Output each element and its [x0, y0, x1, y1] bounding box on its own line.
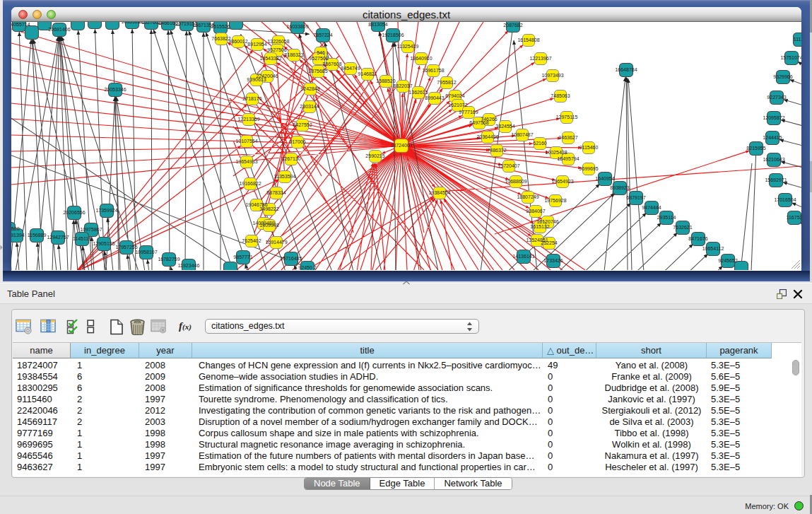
svg-text:16210643: 16210643: [763, 157, 784, 162]
svg-text:18495794: 18495794: [557, 156, 579, 161]
svg-text:8454749: 8454749: [341, 66, 360, 71]
svg-text:20053346: 20053346: [104, 87, 126, 92]
svg-text:10975867: 10975867: [80, 227, 102, 232]
svg-text:7515526: 7515526: [211, 24, 230, 29]
svg-text:9860012: 9860012: [228, 39, 247, 44]
svg-text:8990443: 8990443: [425, 95, 444, 100]
svg-text:19166822: 19166822: [239, 181, 261, 186]
svg-text:10973493: 10973493: [541, 73, 563, 78]
svg-text:917006: 917006: [289, 139, 305, 144]
svg-text:2935114: 2935114: [657, 215, 676, 220]
svg-text:1588520: 1588520: [376, 78, 395, 83]
svg-text:11923446: 11923446: [178, 263, 200, 268]
svg-text:8427552: 8427552: [293, 122, 312, 127]
svg-text:8878334: 8878334: [266, 190, 286, 195]
svg-text:10107554: 10107554: [235, 139, 257, 144]
svg-text:19756928: 19756928: [544, 198, 566, 203]
svg-text:1409948: 1409948: [259, 223, 278, 228]
svg-text:9384067: 9384067: [526, 209, 545, 214]
svg-text:9463627: 9463627: [558, 135, 577, 140]
svg-text:12975115: 12975115: [556, 115, 578, 119]
svg-text:8267130: 8267130: [281, 156, 300, 161]
svg-text:8215955: 8215955: [746, 146, 765, 151]
svg-text:17016504: 17016504: [774, 197, 796, 202]
svg-text:92450 2: 92450 2: [298, 265, 316, 270]
svg-text:3824554: 3824554: [495, 124, 514, 129]
svg-text:15720407: 15720407: [498, 163, 519, 168]
svg-text:16782759: 16782759: [158, 257, 180, 262]
svg-text:16961758: 16961758: [422, 68, 444, 73]
svg-text:9699695: 9699695: [579, 166, 598, 171]
svg-text:7632621: 7632621: [673, 225, 692, 230]
svg-text:7625402: 7625402: [242, 238, 261, 243]
svg-text:8471676: 8471676: [688, 236, 707, 241]
svg-text:8813054: 8813054: [368, 22, 387, 27]
svg-text:10025438: 10025438: [545, 150, 567, 155]
svg-text:19384554: 19384554: [428, 190, 450, 195]
svg-text:1615132: 1615132: [530, 224, 549, 229]
svg-text:391394: 391394: [11, 233, 25, 238]
svg-text:15692971: 15692971: [765, 177, 787, 182]
svg-text:9527508: 9527508: [309, 56, 328, 61]
svg-text:3498222: 3498222: [259, 206, 278, 211]
svg-text:20691406: 20691406: [48, 27, 70, 32]
svg-text:9390613: 9390613: [247, 77, 266, 82]
svg-text:20364436: 20364436: [476, 134, 498, 139]
svg-text:11123: 11123: [794, 37, 801, 42]
svg-text:116753: 116753: [787, 215, 801, 220]
svg-text:15751074: 15751074: [780, 55, 801, 60]
svg-text:19654933: 19654933: [235, 159, 257, 164]
svg-text:2803144: 2803144: [300, 104, 319, 109]
svg-text:62160: 62160: [533, 141, 547, 146]
svg-text:9527506: 9527506: [267, 47, 286, 52]
svg-text:7485063: 7485063: [551, 93, 570, 98]
svg-text:11325419: 11325419: [397, 44, 419, 49]
svg-text:9227343: 9227343: [767, 95, 786, 100]
svg-text:10807487: 10807487: [511, 132, 533, 137]
svg-text:9115460: 9115460: [579, 145, 599, 150]
svg-text:13226058: 13226058: [267, 39, 289, 44]
svg-text:14136141: 14136141: [512, 254, 534, 259]
svg-text:12213967: 12213967: [529, 56, 551, 61]
svg-text:546: 546: [317, 50, 325, 55]
svg-text:746266: 746266: [481, 117, 497, 122]
svg-text:16120746: 16120746: [536, 219, 558, 224]
svg-text:12095872: 12095872: [763, 115, 784, 120]
svg-text:7857224: 7857224: [313, 33, 332, 37]
svg-text:1362615: 1362615: [408, 90, 428, 95]
svg-text:16648784: 16648784: [615, 67, 637, 72]
svg-text:6879197: 6879197: [626, 195, 645, 200]
svg-text:1145119: 1145119: [73, 236, 91, 241]
svg-text:9474444: 9474444: [642, 205, 661, 210]
svg-text:14055714: 14055714: [11, 22, 30, 27]
svg-text:7955812: 7955812: [437, 80, 456, 85]
svg-text:10654112: 10654112: [702, 246, 724, 251]
svg-text:10653287: 10653287: [121, 22, 143, 24]
svg-text:10688609: 10688609: [505, 179, 526, 184]
svg-text:2718176: 2718176: [242, 96, 261, 101]
svg-text:10958107: 10958107: [135, 250, 157, 255]
svg-text:17957255: 17957255: [115, 245, 137, 250]
svg-text:25266520: 25266520: [11, 226, 20, 231]
svg-text:15716485: 15716485: [280, 256, 302, 261]
svg-text:9857771: 9857771: [233, 255, 252, 259]
svg-text:11353594: 11353594: [274, 174, 296, 179]
svg-text:1733426: 1733426: [543, 258, 563, 263]
svg-text:16543382: 16543382: [259, 56, 281, 61]
svg-text:20206556: 20206556: [63, 210, 85, 215]
svg-text:16154808: 16154808: [517, 37, 539, 42]
svg-text:16914479: 16914479: [265, 240, 287, 245]
svg-text:18724007: 18724007: [390, 143, 412, 148]
svg-text:12942757: 12942757: [47, 235, 69, 240]
svg-text:9146821: 9146821: [358, 71, 377, 76]
svg-text:2087682: 2087682: [503, 23, 522, 28]
svg-text:3875685: 3875685: [308, 69, 327, 74]
svg-text:9245652: 9245652: [718, 258, 737, 263]
svg-text:17359924: 17359924: [95, 208, 117, 213]
svg-text:8912954: 8912954: [247, 42, 266, 47]
svg-text:8186323: 8186323: [284, 52, 303, 57]
svg-text:12905135: 12905135: [93, 241, 114, 246]
svg-text:2867608: 2867608: [322, 62, 341, 66]
svg-text:1621072: 1621072: [448, 103, 467, 107]
svg-text:16033809: 16033809: [286, 24, 308, 29]
